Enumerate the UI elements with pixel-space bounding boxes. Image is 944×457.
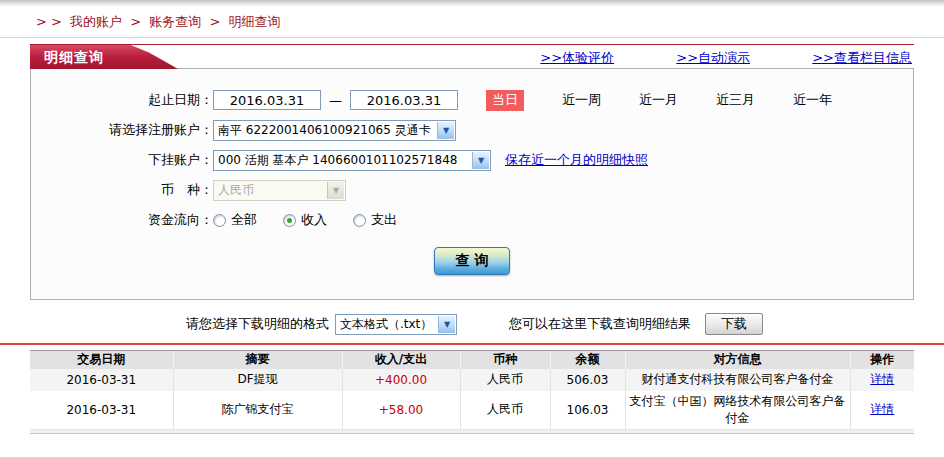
detail-link[interactable]: 详情 — [870, 372, 894, 386]
breadcrumb: > > 我的账户 > 账务查询 > 明细查询 — [36, 13, 944, 31]
transactions-table: 交易日期 摘要 收入/支出 币种 余额 对方信息 操作 2016-03-31 D… — [30, 350, 914, 434]
currency-select: 人民币 ▼ — [213, 180, 346, 201]
query-form-panel: 起止日期： — 当日 近一周 近一月 近三月 近一年 请选择注册账户： 南平 6… — [30, 68, 914, 300]
breadcrumb-item-detail-query[interactable]: 明细查询 — [228, 14, 280, 29]
cell-counterparty: 财付通支付科技有限公司客户备付金 — [625, 369, 850, 391]
quick-range-today[interactable]: 当日 — [486, 90, 524, 111]
flow-option-all-label: 全部 — [231, 211, 257, 229]
chevron-down-icon: ▼ — [437, 122, 454, 139]
header-divider — [0, 37, 944, 38]
cell-balance: 106.03 — [550, 391, 625, 429]
save-snapshot-link[interactable]: 保存近一个月的明细快照 — [505, 151, 648, 169]
radio-checked-icon[interactable] — [283, 214, 296, 227]
cell-amount: +58.00 — [342, 391, 460, 429]
currency-value: 人民币 — [218, 182, 254, 199]
radio-unchecked-icon[interactable] — [353, 214, 366, 227]
chevron-down-icon: ▼ — [327, 182, 344, 199]
quick-range-year[interactable]: 近一年 — [793, 91, 832, 109]
header-currency: 币种 — [460, 351, 550, 369]
query-button[interactable]: 查 询 — [434, 247, 510, 275]
download-format-label: 请您选择下载明细的格式 — [186, 315, 329, 333]
registered-account-row: 请选择注册账户： 南平 6222001406100921065 灵通卡 ▼ — [31, 119, 913, 141]
auto-demo-link[interactable]: >>自动演示 — [676, 50, 750, 65]
detail-link[interactable]: 详情 — [870, 402, 894, 416]
sub-account-row: 下挂账户： 000 活期 基本户 1406600101102571848 ▼ 保… — [31, 149, 913, 171]
flow-direction-label: 资金流向： — [31, 211, 213, 229]
start-date-input[interactable] — [213, 90, 321, 110]
cell-counterparty: 支付宝（中国）网络技术有限公司客户备付金 — [625, 391, 850, 429]
column-info-link[interactable]: >>查看栏目信息 — [812, 50, 912, 65]
registered-account-value: 南平 6222001406100921065 灵通卡 — [218, 122, 431, 139]
table-row: 2016-03-31 陈广锦支付宝 +58.00 人民币 106.03 支付宝（… — [30, 391, 914, 429]
download-format-select[interactable]: 文本格式（.txt） ▼ — [335, 314, 457, 335]
cell-balance: 506.03 — [550, 369, 625, 391]
breadcrumb-separator: > — [130, 14, 141, 29]
breadcrumb-separator: > — [209, 14, 220, 29]
header-links: >>体验评价 >>自动演示 >>查看栏目信息 — [482, 49, 912, 67]
sub-account-value: 000 活期 基本户 1406600101102571848 — [218, 152, 457, 169]
breadcrumb-item-account-query[interactable]: 账务查询 — [149, 14, 201, 29]
breadcrumb-prefix: > > — [36, 14, 62, 29]
registered-account-label: 请选择注册账户： — [31, 121, 213, 139]
tab-detail-query[interactable]: 明细查询 — [30, 45, 178, 69]
quick-range-month[interactable]: 近一月 — [639, 91, 678, 109]
quick-range-week[interactable]: 近一周 — [562, 91, 601, 109]
header-action: 操作 — [850, 351, 914, 369]
header-amount: 收入/支出 — [342, 351, 460, 369]
sub-account-label: 下挂账户： — [31, 151, 213, 169]
cell-summary: DF提现 — [173, 369, 342, 391]
flow-direction-row: 资金流向： 全部 收入 支出 — [31, 209, 913, 231]
table-footer-strip — [30, 429, 914, 433]
flow-option-all[interactable]: 全部 — [213, 211, 257, 229]
flow-option-expense-label: 支出 — [371, 211, 397, 229]
date-dash: — — [329, 93, 342, 108]
date-range-row: 起止日期： — 当日 近一周 近一月 近三月 近一年 — [31, 89, 913, 111]
cell-date: 2016-03-31 — [30, 369, 173, 391]
cell-amount: +400.00 — [342, 369, 460, 391]
currency-row: 币 种： 人民币 ▼ — [31, 179, 913, 201]
registered-account-select[interactable]: 南平 6222001406100921065 灵通卡 ▼ — [213, 120, 456, 141]
table-header-row: 交易日期 摘要 收入/支出 币种 余额 对方信息 操作 — [30, 351, 914, 369]
flow-option-income[interactable]: 收入 — [283, 211, 327, 229]
header-date: 交易日期 — [30, 351, 173, 369]
sub-account-select[interactable]: 000 活期 基本户 1406600101102571848 ▼ — [213, 150, 491, 171]
download-result-label: 您可以在这里下载查询明细结果 — [509, 315, 691, 333]
header-summary: 摘要 — [173, 351, 342, 369]
chevron-down-icon: ▼ — [472, 152, 489, 169]
chevron-down-icon: ▼ — [438, 316, 455, 333]
date-range-label: 起止日期： — [31, 91, 213, 109]
radio-unchecked-icon[interactable] — [213, 214, 226, 227]
breadcrumb-item-my-account[interactable]: 我的账户 — [70, 14, 122, 29]
section-divider-red — [0, 343, 944, 345]
table-row: 2016-03-31 DF提现 +400.00 人民币 506.03 财付通支付… — [30, 369, 914, 391]
page-top-strip — [0, 0, 944, 7]
experience-rating-link[interactable]: >>体验评价 — [540, 50, 614, 65]
cell-summary: 陈广锦支付宝 — [173, 391, 342, 429]
flow-option-income-label: 收入 — [301, 211, 327, 229]
cell-date: 2016-03-31 — [30, 391, 173, 429]
quick-range-quarter[interactable]: 近三月 — [716, 91, 755, 109]
flow-option-expense[interactable]: 支出 — [353, 211, 397, 229]
download-format-value: 文本格式（.txt） — [340, 316, 432, 333]
tab-bar: 明细查询 >>体验评价 >>自动演示 >>查看栏目信息 — [30, 44, 914, 68]
download-button[interactable]: 下载 — [705, 313, 763, 335]
header-counterparty: 对方信息 — [625, 351, 850, 369]
header-balance: 余额 — [550, 351, 625, 369]
end-date-input[interactable] — [350, 90, 458, 110]
download-row: 请您选择下载明细的格式 文本格式（.txt） ▼ 您可以在这里下载查询明细结果 … — [186, 312, 944, 336]
cell-currency: 人民币 — [460, 369, 550, 391]
currency-label: 币 种： — [31, 181, 213, 199]
cell-currency: 人民币 — [460, 391, 550, 429]
